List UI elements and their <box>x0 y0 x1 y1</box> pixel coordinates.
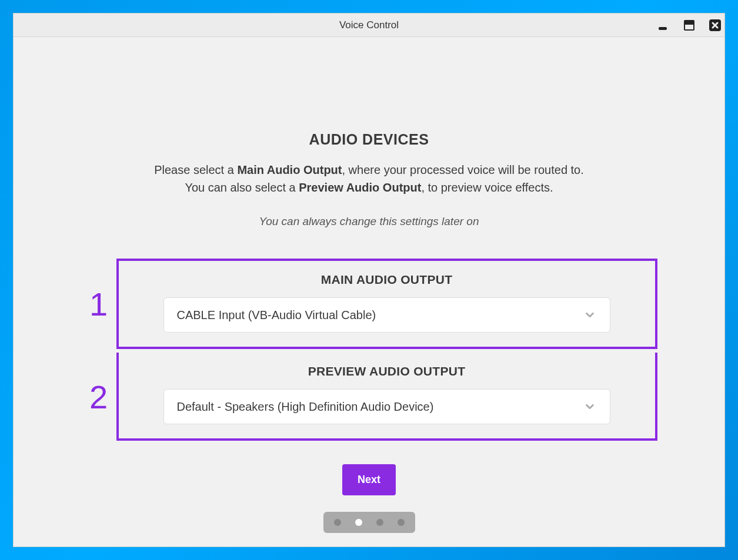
page-description: Please select a Main Audio Output, where… <box>154 161 584 196</box>
pagination-indicator <box>323 512 415 533</box>
annotation-number-2: 2 <box>81 378 116 416</box>
desc-text-2: , where your processed voice will be rou… <box>342 163 583 176</box>
close-icon <box>708 18 722 32</box>
main-output-selected: CABLE Input (VB-Audio Virtual Cable) <box>177 308 376 322</box>
page-dot-2[interactable] <box>355 519 362 526</box>
preview-output-title: PREVIEW AUDIO OUTPUT <box>152 364 622 378</box>
window-controls <box>656 14 722 36</box>
page-heading: AUDIO DEVICES <box>309 131 429 148</box>
main-output-panel: MAIN AUDIO OUTPUT CABLE Input (VB-Audio … <box>116 259 657 349</box>
preview-output-dropdown[interactable]: Default - Speakers (High Definition Audi… <box>163 389 610 424</box>
desc-text-3: You can also select a <box>185 181 299 194</box>
titlebar: Voice Control <box>14 14 724 37</box>
main-output-title: MAIN AUDIO OUTPUT <box>152 273 622 287</box>
page-dot-1[interactable] <box>334 519 341 526</box>
app-window: Voice Control AUDIO DEVICES <box>13 13 725 547</box>
close-button[interactable] <box>708 18 722 32</box>
chevron-down-icon <box>583 308 597 322</box>
desc-bold-1: Main Audio Output <box>237 163 342 176</box>
page-hint: You can always change this settings late… <box>259 215 479 228</box>
annotation-number-1: 1 <box>81 285 116 323</box>
minimize-button[interactable] <box>656 18 670 32</box>
desc-text-4: , to preview voice effects. <box>421 181 553 194</box>
svg-rect-2 <box>685 25 693 29</box>
main-output-dropdown[interactable]: CABLE Input (VB-Audio Virtual Cable) <box>163 297 610 333</box>
desc-bold-2: Preview Audio Output <box>299 181 421 194</box>
content-area: AUDIO DEVICES Please select a Main Audio… <box>14 37 724 533</box>
preview-output-panel: PREVIEW AUDIO OUTPUT Default - Speakers … <box>116 353 657 441</box>
preview-output-selected: Default - Speakers (High Definition Audi… <box>177 400 434 414</box>
svg-rect-0 <box>659 27 667 30</box>
page-dot-4[interactable] <box>398 519 405 526</box>
page-dot-3[interactable] <box>376 519 383 526</box>
window-title: Voice Control <box>14 19 724 31</box>
chevron-down-icon <box>583 400 597 414</box>
minimize-icon <box>656 18 670 32</box>
preview-output-row: 2 PREVIEW AUDIO OUTPUT Default - Speaker… <box>81 353 657 441</box>
next-button[interactable]: Next <box>342 464 396 495</box>
maximize-icon <box>682 18 696 32</box>
maximize-button[interactable] <box>682 18 696 32</box>
desc-text-1: Please select a <box>154 163 237 176</box>
main-output-row: 1 MAIN AUDIO OUTPUT CABLE Input (VB-Audi… <box>81 259 657 349</box>
